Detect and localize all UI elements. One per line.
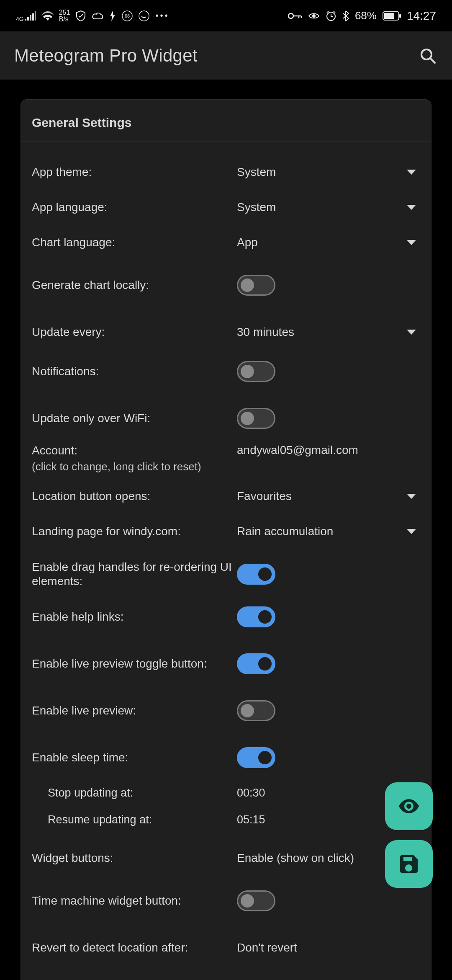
label-app-theme: App theme: (32, 165, 237, 179)
signal-icon (25, 11, 36, 21)
fab-column (385, 782, 433, 888)
alarm-icon (326, 10, 336, 21)
value-widget-buttons: Enable (show on click) (237, 851, 354, 865)
toggle-drag-handles[interactable] (237, 564, 275, 585)
value-app-theme: System (237, 165, 276, 179)
label-generate-locally: Generate chart locally: (32, 278, 237, 292)
row-windy-landing[interactable]: Landing page for windy.com: Rain accumul… (21, 514, 431, 549)
toggle-sleep-time[interactable] (237, 747, 275, 768)
svg-rect-8 (399, 14, 401, 18)
search-button[interactable] (418, 46, 438, 66)
value-account: andywal05@gmail.com (237, 444, 358, 457)
wifi-icon (41, 11, 54, 21)
bolt-icon (109, 10, 116, 21)
row-app-theme[interactable]: App theme: System (21, 155, 431, 190)
card-title: General Settings (21, 100, 431, 142)
label-live-preview: Enable live preview: (32, 704, 237, 718)
row-location-button[interactable]: Location button opens: Favourites (21, 479, 431, 514)
account-label-text: Account: (32, 444, 237, 458)
net-speed-unit: B/s (59, 16, 70, 23)
svg-point-10 (406, 804, 411, 809)
label-wifi-only: Update only over WiFi: (32, 411, 237, 426)
clock-time: 14:27 (407, 9, 436, 23)
row-drag-handles: Enable drag handles for re-ordering UI e… (21, 553, 431, 595)
toggle-help-links[interactable] (237, 606, 275, 627)
net-speed-value: 251 (59, 9, 70, 16)
network-speed: 251 B/s (59, 9, 70, 23)
toggle-live-preview[interactable] (237, 700, 275, 721)
row-sleep-time: Enable sleep time: (21, 740, 431, 775)
toggle-live-preview-toggle[interactable] (237, 653, 275, 674)
label-chart-language: Chart language: (32, 235, 237, 250)
key-icon (288, 12, 302, 20)
label-account: Account: (click to change, long click to… (32, 444, 237, 474)
fab-preview[interactable] (385, 782, 433, 830)
label-help-links: Enable help links: (32, 610, 237, 624)
label-sleep-time: Enable sleep time: (32, 750, 237, 765)
label-live-preview-toggle: Enable live preview toggle button: (32, 657, 237, 671)
status-right: 68% 14:27 (288, 9, 436, 23)
row-remember: Remember this and don't show again: (21, 973, 431, 980)
label-widget-buttons: Widget buttons: (32, 851, 237, 865)
row-revert-detect[interactable]: Revert to detect location after: Don't r… (21, 930, 431, 965)
row-live-preview-toggle: Enable live preview toggle button: (21, 646, 431, 681)
chevron-down-icon (407, 494, 416, 499)
circle-check-icon (139, 10, 149, 21)
app-bar: Meteogram Pro Widget (0, 31, 452, 80)
label-app-language: App language: (32, 200, 237, 214)
shield-icon (76, 10, 86, 21)
row-generate-locally: Generate chart locally: (21, 268, 431, 303)
row-chart-language[interactable]: Chart language: App (21, 225, 431, 260)
row-help-links: Enable help links: (21, 599, 431, 634)
label-stop-at: Stop updating at: (32, 786, 237, 800)
row-stop-at[interactable]: Stop updating at: 00:30 (21, 779, 431, 806)
svg-point-3 (288, 13, 293, 18)
label-time-machine: Time machine widget button: (32, 894, 237, 908)
label-resume-at: Resume updating at: (32, 812, 237, 827)
svg-point-2 (139, 11, 149, 21)
row-wifi-only: Update only over WiFi: (21, 401, 431, 436)
svg-point-4 (312, 14, 316, 18)
account-sub: (click to change, long click to reset) (32, 459, 237, 474)
label-revert-detect: Revert to detect location after: (32, 941, 237, 955)
value-update-every: 30 minutes (237, 325, 294, 339)
save-icon (400, 855, 418, 873)
more-icon: ••• (155, 11, 169, 21)
toggle-generate-locally[interactable] (237, 275, 275, 296)
label-notifications: Notifications: (32, 364, 237, 379)
eye-icon (308, 12, 320, 20)
row-widget-buttons[interactable]: Widget buttons: Enable (show on click) (21, 841, 431, 876)
badge-68-icon: 68 (122, 10, 133, 21)
row-account[interactable]: Account: (click to change, long click to… (21, 444, 431, 479)
bluetooth-icon (342, 10, 349, 21)
cloud-icon (92, 12, 103, 20)
fab-save[interactable] (385, 840, 433, 888)
value-chart-language: App (237, 236, 258, 249)
search-icon (419, 47, 437, 64)
status-bar: 4G 251 B/s 68 ••• 68% 14:27 (0, 0, 452, 31)
chevron-down-icon (407, 205, 416, 210)
battery-icon (383, 11, 401, 21)
label-drag-handles: Enable drag handles for re-ordering UI e… (32, 560, 237, 588)
row-app-language[interactable]: App language: System (21, 190, 431, 225)
label-location-button: Location button opens: (32, 489, 237, 503)
row-live-preview: Enable live preview: (21, 693, 431, 728)
value-app-language: System (237, 201, 276, 214)
battery-percent: 68% (355, 9, 377, 22)
chevron-down-icon (407, 330, 416, 335)
value-location-button: Favourites (237, 490, 292, 503)
row-update-every[interactable]: Update every: 30 minutes (21, 315, 431, 350)
value-resume-at: 05:15 (237, 813, 265, 826)
label-windy-landing: Landing page for windy.com: (32, 524, 237, 539)
svg-rect-7 (384, 13, 394, 19)
general-settings-card: General Settings App theme: System App l… (21, 99, 431, 980)
content: General Settings App theme: System App l… (0, 80, 452, 980)
toggle-wifi-only[interactable] (237, 408, 275, 429)
toggle-time-machine[interactable] (237, 890, 275, 911)
row-resume-at[interactable]: Resume updating at: 05:15 (21, 806, 431, 833)
svg-text:68: 68 (125, 13, 130, 18)
status-left: 4G 251 B/s 68 ••• (16, 9, 169, 23)
value-revert-detect: Don't revert (237, 941, 297, 954)
label-update-every: Update every: (32, 325, 237, 339)
toggle-notifications[interactable] (237, 361, 275, 382)
